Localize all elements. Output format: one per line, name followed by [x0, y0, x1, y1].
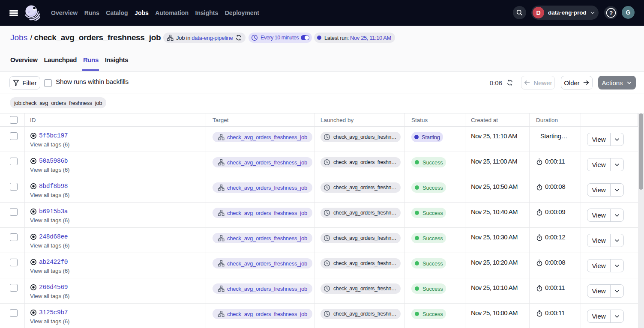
- svg-text:?: ?: [609, 9, 612, 16]
